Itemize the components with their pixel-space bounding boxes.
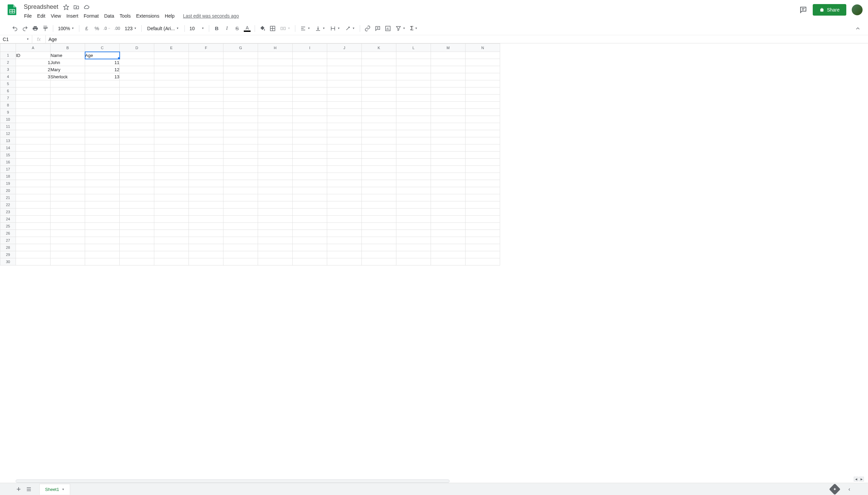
cell-N30[interactable]	[465, 258, 500, 266]
cell-E30[interactable]	[154, 258, 189, 266]
cell-I12[interactable]	[293, 130, 327, 137]
cell-N28[interactable]	[465, 244, 500, 251]
filter-button[interactable]: ▼	[393, 25, 408, 32]
cell-N22[interactable]	[465, 201, 500, 208]
cell-G22[interactable]	[223, 201, 258, 208]
cell-F30[interactable]	[189, 258, 223, 266]
cell-A23[interactable]	[16, 208, 51, 216]
cell-B19[interactable]	[51, 180, 85, 187]
cell-I15[interactable]	[293, 152, 327, 159]
col-header-D[interactable]: D	[120, 44, 154, 52]
cell-C4[interactable]: 13	[85, 73, 120, 80]
cell-D26[interactable]	[120, 230, 154, 237]
cell-J17[interactable]	[327, 166, 362, 173]
cell-J9[interactable]	[327, 109, 362, 116]
insert-comment-icon[interactable]	[373, 24, 382, 33]
cell-A13[interactable]	[16, 137, 51, 144]
row-header-16[interactable]: 16	[0, 159, 16, 166]
cell-J10[interactable]	[327, 116, 362, 123]
cell-H26[interactable]	[258, 230, 293, 237]
cell-G18[interactable]	[223, 173, 258, 180]
cell-E11[interactable]	[154, 123, 189, 130]
cell-E28[interactable]	[154, 244, 189, 251]
cell-A6[interactable]	[16, 87, 51, 95]
cell-A8[interactable]	[16, 102, 51, 109]
cell-C20[interactable]	[85, 187, 120, 194]
cell-L21[interactable]	[396, 194, 431, 201]
cell-I24[interactable]	[293, 216, 327, 223]
cell-B11[interactable]	[51, 123, 85, 130]
cell-G26[interactable]	[223, 230, 258, 237]
cell-D5[interactable]	[120, 80, 154, 87]
cell-C19[interactable]	[85, 180, 120, 187]
cell-J26[interactable]	[327, 230, 362, 237]
cell-B2[interactable]: John	[51, 59, 85, 66]
cell-M20[interactable]	[431, 187, 465, 194]
row-header-14[interactable]: 14	[0, 144, 16, 152]
cell-B12[interactable]	[51, 130, 85, 137]
cell-N10[interactable]	[465, 116, 500, 123]
cell-D29[interactable]	[120, 251, 154, 258]
cell-B27[interactable]	[51, 237, 85, 244]
avatar[interactable]	[852, 4, 863, 15]
cell-E5[interactable]	[154, 80, 189, 87]
row-header-24[interactable]: 24	[0, 216, 16, 223]
cell-F14[interactable]	[189, 144, 223, 152]
cell-I21[interactable]	[293, 194, 327, 201]
cell-D8[interactable]	[120, 102, 154, 109]
cell-H22[interactable]	[258, 201, 293, 208]
cell-A18[interactable]	[16, 173, 51, 180]
cell-L11[interactable]	[396, 123, 431, 130]
cell-B26[interactable]	[51, 230, 85, 237]
cell-E21[interactable]	[154, 194, 189, 201]
cell-I1[interactable]	[293, 52, 327, 59]
row-header-4[interactable]: 4	[0, 73, 16, 80]
comment-history-icon[interactable]	[799, 6, 807, 14]
fill-color-icon[interactable]	[258, 24, 267, 33]
cell-A9[interactable]	[16, 109, 51, 116]
cell-H7[interactable]	[258, 95, 293, 102]
cell-E1[interactable]	[154, 52, 189, 59]
cell-C14[interactable]	[85, 144, 120, 152]
cell-G25[interactable]	[223, 223, 258, 230]
col-header-L[interactable]: L	[396, 44, 431, 52]
menu-insert[interactable]: Insert	[64, 12, 81, 20]
cell-I27[interactable]	[293, 237, 327, 244]
cell-F7[interactable]	[189, 95, 223, 102]
cell-B28[interactable]	[51, 244, 85, 251]
cell-D23[interactable]	[120, 208, 154, 216]
cell-M26[interactable]	[431, 230, 465, 237]
menu-edit[interactable]: Edit	[35, 12, 48, 20]
h-align-button[interactable]: ▼	[298, 25, 312, 32]
cell-N2[interactable]	[465, 59, 500, 66]
cell-J11[interactable]	[327, 123, 362, 130]
cell-J13[interactable]	[327, 137, 362, 144]
cell-N11[interactable]	[465, 123, 500, 130]
cell-D28[interactable]	[120, 244, 154, 251]
cell-F21[interactable]	[189, 194, 223, 201]
cell-M4[interactable]	[431, 73, 465, 80]
cell-F17[interactable]	[189, 166, 223, 173]
cell-I18[interactable]	[293, 173, 327, 180]
cell-C27[interactable]	[85, 237, 120, 244]
cell-J27[interactable]	[327, 237, 362, 244]
cell-F1[interactable]	[189, 52, 223, 59]
move-icon[interactable]	[73, 4, 79, 10]
cell-J6[interactable]	[327, 87, 362, 95]
cell-D7[interactable]	[120, 95, 154, 102]
cell-N5[interactable]	[465, 80, 500, 87]
cell-E16[interactable]	[154, 159, 189, 166]
share-button[interactable]: Share	[813, 4, 846, 16]
cell-N3[interactable]	[465, 66, 500, 73]
cell-D2[interactable]	[120, 59, 154, 66]
cell-L5[interactable]	[396, 80, 431, 87]
cell-E6[interactable]	[154, 87, 189, 95]
cell-G14[interactable]	[223, 144, 258, 152]
col-header-A[interactable]: A	[16, 44, 51, 52]
cell-M25[interactable]	[431, 223, 465, 230]
cell-E12[interactable]	[154, 130, 189, 137]
cell-F15[interactable]	[189, 152, 223, 159]
cell-H25[interactable]	[258, 223, 293, 230]
cell-A5[interactable]	[16, 80, 51, 87]
cell-L23[interactable]	[396, 208, 431, 216]
